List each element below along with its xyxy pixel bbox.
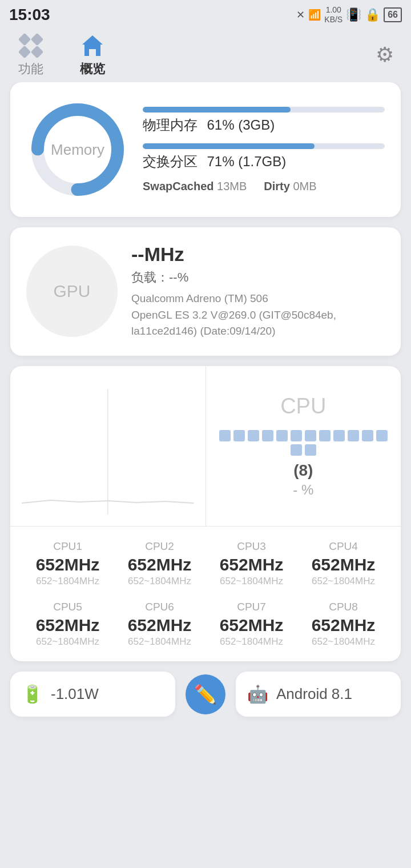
cpu-core-name-6: CPU6 bbox=[145, 601, 174, 613]
cpu-dot-12 bbox=[376, 430, 388, 441]
swap-memory-row: 交换分区 71% (1.7GB) bbox=[143, 143, 385, 171]
tab-functions[interactable]: 功能 bbox=[17, 32, 45, 78]
cpu-dot-8 bbox=[319, 430, 331, 441]
cpu-dot-1 bbox=[219, 430, 231, 441]
cpu-core-freq-7: 652MHz bbox=[220, 616, 284, 635]
swap-progress-bg bbox=[143, 143, 385, 149]
cpu-core-range-6: 652~1804MHz bbox=[128, 636, 191, 648]
cpu-core-item-3: CPU3 652MHz 652~1804MHz bbox=[206, 540, 297, 587]
svg-rect-3 bbox=[31, 46, 43, 58]
cpu-core-range-8: 652~1804MHz bbox=[312, 636, 375, 648]
cpu-core-item-5: CPU5 652MHz 652~1804MHz bbox=[22, 601, 114, 648]
bottom-bar: 🔋 -1.01W ✏️ 🤖 Android 8.1 bbox=[0, 672, 411, 727]
power-value: -1.01W bbox=[51, 685, 99, 703]
cpu-core-name-2: CPU2 bbox=[145, 540, 174, 553]
swap-label: 交换分区 bbox=[143, 154, 198, 169]
cpu-dot-13 bbox=[291, 444, 302, 456]
fab-button[interactable]: ✏️ bbox=[186, 674, 225, 714]
overview-icon bbox=[79, 32, 106, 59]
kb-speed: 1.00KB/S bbox=[324, 5, 342, 25]
status-bar: 15:03 ✕ 📶 1.00KB/S 📳 🔒 66 bbox=[0, 0, 411, 27]
svg-marker-4 bbox=[82, 35, 103, 56]
tab-functions-label: 功能 bbox=[18, 61, 43, 78]
cpu-percent: - % bbox=[293, 482, 313, 498]
gpu-card: GPU --MHz 负载：--% Qualcomm Adreno (TM) 50… bbox=[10, 227, 401, 356]
cpu-core-range-7: 652~1804MHz bbox=[220, 636, 283, 648]
cpu-core-item-6: CPU6 652MHz 652~1804MHz bbox=[114, 601, 206, 648]
gpu-circle: GPU bbox=[26, 246, 118, 337]
wifi-icon: 📶 bbox=[308, 9, 321, 21]
cpu-dot-6 bbox=[291, 430, 302, 441]
cpu-dot-7 bbox=[305, 430, 316, 441]
cpu-core-range-4: 652~1804MHz bbox=[312, 576, 375, 587]
nav-bar: 功能 概览 ⚙ bbox=[0, 27, 411, 82]
cpu-core-name-3: CPU3 bbox=[237, 540, 266, 553]
physical-memory-row: 物理内存 61% (3GB) bbox=[143, 107, 385, 134]
cpu-dot-4 bbox=[262, 430, 273, 441]
status-time: 15:03 bbox=[9, 6, 50, 24]
cpu-core-freq-8: 652MHz bbox=[312, 616, 376, 635]
cpu-core-name-4: CPU4 bbox=[329, 540, 358, 553]
power-icon: 🔋 bbox=[22, 684, 43, 704]
cpu-dot-11 bbox=[362, 430, 373, 441]
cpu-core-dots bbox=[217, 430, 390, 456]
cpu-dot-3 bbox=[248, 430, 259, 441]
cpu-dot-5 bbox=[276, 430, 288, 441]
lock-icon: 🔒 bbox=[365, 7, 380, 22]
gpu-label: GPU bbox=[53, 282, 90, 301]
dirty: Dirty 0MB bbox=[264, 180, 316, 193]
cpu-core-range-3: 652~1804MHz bbox=[220, 576, 283, 587]
cpu-dot-9 bbox=[333, 430, 345, 441]
gpu-load: 负载：--% bbox=[131, 269, 385, 286]
cpu-core-name-8: CPU8 bbox=[329, 601, 358, 613]
cpu-top-section: CPU (8) - % bbox=[10, 366, 401, 526]
vibrate-icon: 📳 bbox=[346, 7, 361, 22]
cpu-core-item-1: CPU1 652MHz 652~1804MHz bbox=[22, 540, 114, 587]
cpu-info-right: CPU (8) - % bbox=[206, 366, 401, 526]
cpu-core-name-1: CPU1 bbox=[53, 540, 82, 553]
memory-card: Memory 物理内存 61% (3GB) 交换分区 71% (1.7GB) S… bbox=[10, 82, 401, 217]
svg-rect-0 bbox=[18, 33, 31, 46]
signal-icon: ✕ bbox=[296, 9, 305, 21]
tab-overview[interactable]: 概览 bbox=[79, 32, 106, 78]
gpu-info: --MHz 负载：--% Qualcomm Adreno (TM) 506 Op… bbox=[131, 243, 385, 340]
cpu-core-item-4: CPU4 652MHz 652~1804MHz bbox=[297, 540, 389, 587]
android-label: Android 8.1 bbox=[276, 685, 352, 703]
gpu-description: Qualcomm Adreno (TM) 506 OpenGL ES 3.2 V… bbox=[131, 291, 385, 340]
cpu-core-item-8: CPU8 652MHz 652~1804MHz bbox=[297, 601, 389, 648]
svg-rect-1 bbox=[31, 33, 43, 46]
power-card: 🔋 -1.01W bbox=[10, 672, 175, 717]
swap-cached: SwapCached 13MB bbox=[143, 180, 247, 193]
functions-icon bbox=[17, 32, 45, 59]
cpu-title: CPU bbox=[280, 394, 326, 419]
cpu-graph-area bbox=[10, 366, 206, 526]
svg-rect-2 bbox=[18, 46, 31, 58]
gpu-mhz: --MHz bbox=[131, 243, 385, 266]
cpu-core-freq-4: 652MHz bbox=[312, 555, 376, 574]
cpu-core-freq-5: 652MHz bbox=[36, 616, 100, 635]
cpu-core-range-1: 652~1804MHz bbox=[36, 576, 99, 587]
physical-label: 物理内存 bbox=[143, 117, 198, 132]
android-icon: 🤖 bbox=[247, 684, 268, 704]
cpu-core-name-5: CPU5 bbox=[53, 601, 82, 613]
cpu-core-item-7: CPU7 652MHz 652~1804MHz bbox=[206, 601, 297, 648]
tab-overview-label: 概览 bbox=[80, 61, 105, 78]
cpu-grid: CPU1 652MHz 652~1804MHz CPU2 652MHz 652~… bbox=[10, 527, 401, 661]
cpu-dot-2 bbox=[233, 430, 245, 441]
settings-button[interactable]: ⚙ bbox=[376, 43, 394, 67]
cpu-card: CPU (8) - % CPU1 652MH bbox=[10, 366, 401, 662]
cpu-core-range-2: 652~1804MHz bbox=[128, 576, 191, 587]
physical-progress-bg bbox=[143, 107, 385, 112]
cpu-core-name-7: CPU7 bbox=[237, 601, 266, 613]
android-card: 🤖 Android 8.1 bbox=[236, 672, 401, 717]
battery-indicator: 66 bbox=[384, 7, 402, 22]
cpu-core-freq-2: 652MHz bbox=[128, 555, 192, 574]
physical-progress-fill bbox=[143, 107, 291, 112]
swap-value: 71% (1.7GB) bbox=[207, 154, 286, 169]
cpu-core-item-2: CPU2 652MHz 652~1804MHz bbox=[114, 540, 206, 587]
status-icons: ✕ 📶 1.00KB/S 📳 🔒 66 bbox=[296, 5, 402, 25]
cpu-core-freq-1: 652MHz bbox=[36, 555, 100, 574]
cpu-core-freq-3: 652MHz bbox=[220, 555, 284, 574]
cpu-dot-14 bbox=[305, 444, 316, 456]
swap-progress-fill bbox=[143, 143, 315, 149]
